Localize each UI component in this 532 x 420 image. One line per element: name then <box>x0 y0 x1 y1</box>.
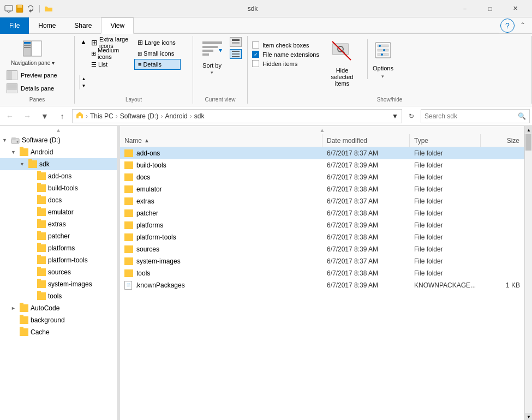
file-name: sources <box>120 245 322 253</box>
file-row[interactable]: extras 6/7/2017 8:37 AM File folder <box>120 195 524 207</box>
col-header-name[interactable]: Name ▲ <box>120 134 322 147</box>
details-button[interactable]: ≡ Details <box>134 59 181 70</box>
file-row[interactable]: platform-tools 6/7/2017 8:38 AM File fol… <box>120 231 524 243</box>
item-check-boxes-label: Item check boxes <box>262 42 309 49</box>
nav-item-android[interactable]: ▼ Android <box>0 146 117 158</box>
file-row[interactable]: platforms 6/7/2017 8:39 AM File folder <box>120 219 524 231</box>
emulator-folder-icon <box>37 208 46 216</box>
current-view-icon1[interactable] <box>230 37 242 47</box>
up-button[interactable]: ↑ <box>55 109 70 124</box>
file-name: docs <box>120 173 322 181</box>
file-type: File folder <box>410 221 481 229</box>
nav-item-drive[interactable]: ▼ Software (D:) <box>0 134 117 146</box>
background-label: background <box>31 316 65 324</box>
maximize-button[interactable]: □ <box>477 0 503 17</box>
file-date: 6/7/2017 8:39 AM <box>322 245 410 253</box>
nav-item-addons[interactable]: add-ons <box>0 170 117 182</box>
file-row[interactable]: docs 6/7/2017 8:39 AM File folder <box>120 171 524 183</box>
breadcrumb-arrow4: › <box>190 112 192 120</box>
collapse-ribbon-button[interactable]: ⌃ <box>516 20 530 31</box>
current-view-title: Current view <box>198 94 243 103</box>
large-icons-button[interactable]: ⊞ Large icons <box>134 37 181 48</box>
breadcrumb-thispc[interactable]: This PC <box>90 112 113 120</box>
hide-selected-button[interactable]: Hide selected items <box>321 39 363 87</box>
tab-file[interactable]: File <box>0 17 29 34</box>
file-row[interactable]: system-images 6/7/2017 8:37 AM File fold… <box>120 255 524 267</box>
folder-icon <box>124 233 133 241</box>
nav-item-cache[interactable]: Cache <box>0 326 117 338</box>
tab-share[interactable]: Share <box>65 17 101 34</box>
search-icon[interactable]: 🔍 <box>518 112 526 120</box>
nav-item-emulator[interactable]: emulator <box>0 206 117 218</box>
forward-button[interactable]: → <box>20 109 35 124</box>
close-button[interactable]: ✕ <box>503 0 528 17</box>
small-icons-button[interactable]: ⊞ Small icons <box>134 48 181 59</box>
scroll-thumb[interactable] <box>525 134 531 151</box>
nav-item-tools[interactable]: tools <box>0 290 117 302</box>
file-type: File folder <box>410 269 481 277</box>
breadcrumb-android[interactable]: Android <box>165 112 187 120</box>
nav-item-background[interactable]: background <box>0 314 117 326</box>
file-row[interactable]: patcher 6/7/2017 8:38 AM File folder <box>120 207 524 219</box>
navigation-pane-button[interactable]: Navigation pane ▾ <box>4 37 70 68</box>
options-button[interactable]: Options ▾ <box>367 39 398 79</box>
nav-item-sources[interactable]: sources <box>0 266 117 278</box>
hidden-items-toggle[interactable]: Hidden items <box>252 60 319 67</box>
nav-item-patcher[interactable]: patcher <box>0 230 117 242</box>
file-type: File folder <box>410 245 481 253</box>
back-button[interactable]: ← <box>2 109 17 124</box>
sort-by-button[interactable]: Sort by ▾ <box>199 37 225 77</box>
col-header-size[interactable]: Size <box>481 134 524 147</box>
file-row[interactable]: add-ons 6/7/2017 8:37 AM File folder <box>120 147 524 159</box>
layout-scroll-down-btn[interactable]: ▼ <box>81 82 87 89</box>
undo-icon[interactable] <box>26 4 35 13</box>
nav-item-platforms[interactable]: platforms <box>0 242 117 254</box>
search-input[interactable] <box>425 112 516 120</box>
col-header-date[interactable]: Date modified <box>322 134 410 147</box>
tab-view[interactable]: View <box>101 17 134 34</box>
layout-scroll-up-btn[interactable]: ▲ <box>81 75 87 82</box>
nav-item-extras[interactable]: extras <box>0 218 117 230</box>
current-view-icon2[interactable] <box>230 49 242 59</box>
help-button[interactable]: ? <box>500 19 515 33</box>
vertical-scrollbar[interactable]: ▲ ▼ <box>524 126 532 420</box>
file-row[interactable]: sources 6/7/2017 8:39 AM File folder <box>120 243 524 255</box>
refresh-button[interactable]: ↻ <box>404 109 419 123</box>
nav-item-systemimages[interactable]: system-images <box>0 278 117 290</box>
file-name: platform-tools <box>120 233 322 241</box>
nav-item-docs[interactable]: docs <box>0 194 117 206</box>
breadcrumb-drive[interactable]: Software (D:) <box>120 112 159 120</box>
minimize-button[interactable]: − <box>452 0 477 17</box>
file-row[interactable]: tools 6/7/2017 8:38 AM File folder <box>120 267 524 279</box>
scroll-down-btn[interactable]: ▼ <box>525 413 532 420</box>
file-row[interactable]: 📄 .knownPackages 6/7/2017 8:39 AM KNOWNP… <box>120 279 524 291</box>
col-header-type[interactable]: Type <box>410 134 481 147</box>
item-check-boxes-toggle[interactable]: Item check boxes <box>252 41 319 49</box>
hidden-items-checkbox[interactable] <box>252 60 259 67</box>
file-name-extensions-checkbox[interactable]: ✓ <box>252 51 259 58</box>
list-button[interactable]: ☰ List <box>88 59 134 70</box>
file-row[interactable]: build-tools 6/7/2017 8:39 AM File folder <box>120 159 524 171</box>
quick-access-icon[interactable] <box>4 4 13 13</box>
details-pane-button[interactable]: Details pane <box>4 82 70 94</box>
file-date: 6/7/2017 8:37 AM <box>322 197 410 205</box>
nav-item-buildtools[interactable]: build-tools <box>0 182 117 194</box>
scroll-up-btn[interactable]: ▲ <box>525 126 532 134</box>
breadcrumb-dropdown[interactable]: ▼ <box>392 112 398 120</box>
file-name-extensions-toggle[interactable]: ✓ File name extensions <box>252 51 319 58</box>
nav-item-autocode[interactable]: ► AutoCode <box>0 302 117 314</box>
nav-item-sdk[interactable]: ▼ sdk <box>0 158 117 170</box>
item-check-boxes-checkbox[interactable] <box>252 41 259 49</box>
recent-locations-button[interactable]: ▼ <box>37 109 52 124</box>
showhide-group-title: Show/hide <box>252 94 527 103</box>
file-row[interactable]: emulator 6/7/2017 8:38 AM File folder <box>120 183 524 195</box>
medium-icons-button[interactable]: ⊞ Medium icons <box>88 48 134 59</box>
save-icon[interactable] <box>15 4 24 13</box>
platformtools-folder-icon <box>37 256 46 264</box>
preview-pane-button[interactable]: Preview pane <box>4 69 70 81</box>
tab-home[interactable]: Home <box>29 17 65 34</box>
extra-large-icons-button[interactable]: ⊞ Extra large icons <box>88 37 134 48</box>
layout-scroll-up[interactable]: ▲ <box>79 37 88 46</box>
nav-item-platformtools[interactable]: platform-tools <box>0 254 117 266</box>
cache-label: Cache <box>31 328 50 336</box>
